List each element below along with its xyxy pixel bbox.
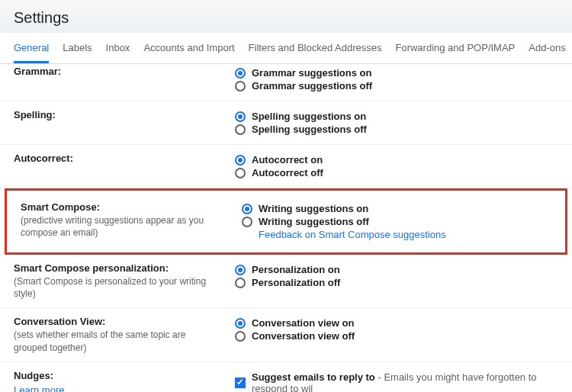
row-conversation: Conversation View: (sets whether emails … bbox=[0, 308, 572, 361]
feedback-link[interactable]: Feedback on Smart Compose suggestions bbox=[259, 229, 446, 240]
tab-accounts[interactable]: Accounts and Import bbox=[143, 40, 234, 63]
spelling-title: Spelling: bbox=[14, 109, 220, 120]
settings-tabs: General Labels Inbox Accounts and Import… bbox=[0, 33, 572, 64]
grammar-off-label: Grammar suggestions off bbox=[252, 80, 372, 92]
personalization-desc: (Smart Compose is personalized to your w… bbox=[14, 275, 220, 300]
tab-addons[interactable]: Add-ons bbox=[529, 40, 565, 63]
conversation-off-label: Conversation view off bbox=[252, 330, 355, 342]
tab-labels[interactable]: Labels bbox=[63, 40, 92, 63]
row-nudges: Nudges: Learn more Suggest emails to rep… bbox=[0, 362, 572, 392]
spelling-on-label: Spelling suggestions on bbox=[252, 111, 366, 122]
conversation-title: Conversation View: bbox=[14, 316, 220, 327]
spelling-off-option[interactable]: Spelling suggestions off bbox=[235, 124, 558, 135]
writing-off-option[interactable]: Writing suggestions off bbox=[242, 216, 551, 227]
autocorrect-title: Autocorrect: bbox=[14, 153, 220, 164]
grammar-off-option[interactable]: Grammar suggestions off bbox=[235, 80, 558, 92]
personalization-on-label: Personalization on bbox=[252, 264, 340, 275]
tab-forwarding[interactable]: Forwarding and POP/IMAP bbox=[395, 40, 515, 63]
page-title: Settings bbox=[14, 9, 558, 27]
nudges-learn-more[interactable]: Learn more bbox=[14, 384, 220, 392]
conversation-on-option[interactable]: Conversation view on bbox=[235, 317, 558, 329]
writing-on-option[interactable]: Writing suggestions on bbox=[242, 203, 551, 214]
row-spelling: Spelling: Spelling suggestions on Spelli… bbox=[0, 101, 572, 145]
grammar-on-label: Grammar suggestions on bbox=[252, 67, 371, 79]
radio-icon bbox=[235, 111, 246, 122]
row-personalization: Smart Compose personalization: (Smart Co… bbox=[0, 255, 572, 308]
radio-icon bbox=[235, 124, 246, 135]
radio-icon bbox=[235, 168, 246, 178]
row-smart-compose: Smart Compose: (predictive writing sugge… bbox=[7, 191, 565, 252]
checkbox-icon bbox=[235, 378, 246, 388]
personalization-title: Smart Compose personalization: bbox=[14, 262, 220, 274]
radio-icon bbox=[235, 81, 246, 92]
radio-icon bbox=[235, 265, 246, 275]
grammar-title: Grammar: bbox=[14, 66, 220, 77]
smart-compose-title: Smart Compose: bbox=[21, 201, 227, 213]
grammar-on-option[interactable]: Grammar suggestions on bbox=[235, 67, 558, 79]
radio-icon bbox=[242, 217, 252, 227]
settings-content: Grammar: Grammar suggestions on Grammar … bbox=[0, 64, 572, 392]
autocorrect-on-label: Autocorrect on bbox=[252, 154, 323, 165]
tab-inbox[interactable]: Inbox bbox=[106, 40, 130, 63]
tab-general[interactable]: General bbox=[14, 40, 49, 63]
conversation-on-label: Conversation view on bbox=[252, 317, 354, 329]
settings-header: Settings bbox=[0, 0, 572, 33]
conversation-desc: (sets whether emails of the same topic a… bbox=[14, 329, 220, 353]
spelling-on-option[interactable]: Spelling suggestions on bbox=[235, 111, 558, 122]
autocorrect-off-option[interactable]: Autocorrect off bbox=[235, 167, 558, 178]
spelling-off-label: Spelling suggestions off bbox=[252, 124, 367, 135]
tab-filters[interactable]: Filters and Blocked Addresses bbox=[249, 40, 382, 63]
personalization-off-label: Personalization off bbox=[252, 277, 340, 288]
radio-icon bbox=[235, 331, 246, 342]
nudges-title: Nudges: bbox=[14, 370, 220, 381]
writing-off-label: Writing suggestions off bbox=[259, 216, 369, 227]
autocorrect-off-label: Autocorrect off bbox=[252, 167, 323, 178]
radio-icon bbox=[235, 68, 246, 79]
smart-compose-highlight: Smart Compose: (predictive writing sugge… bbox=[5, 188, 567, 255]
writing-on-label: Writing suggestions on bbox=[259, 203, 368, 214]
smart-compose-desc: (predictive writing suggestions appear a… bbox=[21, 214, 227, 239]
radio-icon bbox=[242, 204, 252, 214]
nudge-reply-label: Suggest emails to reply to bbox=[252, 371, 375, 383]
row-autocorrect: Autocorrect: Autocorrect on Autocorrect … bbox=[0, 145, 572, 188]
radio-icon bbox=[235, 278, 246, 288]
nudge-reply-option[interactable]: Suggest emails to reply to - Emails you … bbox=[235, 371, 558, 392]
personalization-off-option[interactable]: Personalization off bbox=[235, 277, 558, 288]
radio-icon bbox=[235, 318, 246, 329]
radio-icon bbox=[235, 155, 246, 165]
row-grammar: Grammar: Grammar suggestions on Grammar … bbox=[0, 64, 572, 101]
autocorrect-on-option[interactable]: Autocorrect on bbox=[235, 154, 558, 165]
conversation-off-option[interactable]: Conversation view off bbox=[235, 330, 558, 342]
smart-compose-feedback[interactable]: Feedback on Smart Compose suggestions bbox=[259, 229, 551, 240]
personalization-on-option[interactable]: Personalization on bbox=[235, 264, 558, 275]
